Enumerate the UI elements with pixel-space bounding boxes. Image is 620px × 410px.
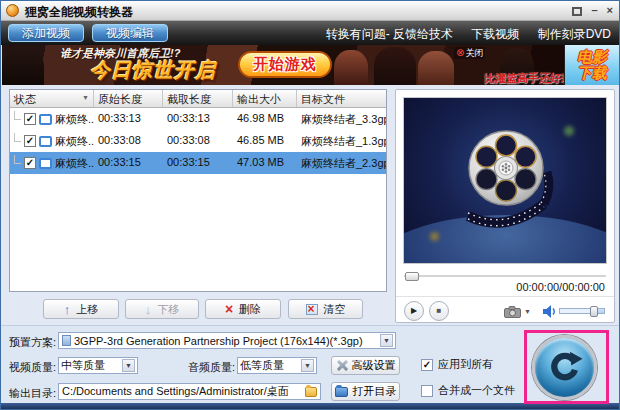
snapshot-dropdown-icon[interactable]: ▼ — [524, 308, 531, 315]
cut-length: 00:33:15 — [163, 152, 233, 174]
move-down-button[interactable]: ↓ 下移 — [125, 299, 199, 319]
convert-button[interactable] — [532, 335, 597, 400]
table-row[interactable]: ✓ 麻烦终... 00:33:08 00:33:08 46.85 MB 麻烦终结… — [10, 130, 386, 152]
movie-download-ad[interactable]: 电影 下载 — [564, 45, 619, 85]
volume-speaker-icon[interactable] — [543, 305, 557, 318]
merge-files-checkbox[interactable]: 合并成一个文件 — [421, 383, 515, 398]
dropdown-arrow-icon: ▼ — [122, 359, 135, 372]
column-header-cut-length[interactable]: 截取长度 — [163, 90, 233, 107]
browse-folder-icon[interactable] — [305, 387, 317, 397]
down-arrow-icon: ↓ — [145, 303, 152, 316]
file-name: 麻烦终... — [55, 156, 94, 171]
row-checkbox[interactable]: ✓ — [24, 135, 36, 147]
snapshot-camera-icon[interactable] — [504, 306, 521, 318]
tree-line — [14, 111, 21, 120]
checkbox-checked[interactable]: ✓ — [421, 359, 433, 371]
banner-artwork — [418, 51, 454, 85]
banner-close-button[interactable]: ⊗ 关闭 — [454, 47, 485, 59]
clear-all-button[interactable]: 清空 — [288, 299, 363, 319]
preview-glow — [564, 126, 574, 136]
table-row[interactable]: ✓ 麻烦终... 00:33:13 00:33:13 46.98 MB 麻烦终结… — [10, 108, 386, 130]
original-length: 00:33:13 — [94, 108, 163, 130]
banner-artwork — [2, 48, 44, 85]
up-arrow-icon: ↑ — [64, 303, 71, 316]
video-edit-button[interactable]: 视频编辑 — [92, 24, 168, 42]
audio-quality-dropdown[interactable]: 低等质量 ▼ — [237, 357, 317, 374]
delete-button[interactable]: × 删除 — [205, 299, 281, 319]
audio-quality-label: 音频质量: — [188, 360, 235, 375]
table-header-row: 状态 ▼ 原始长度 截取长度 输出大小 目标文件 — [10, 90, 386, 108]
output-size: 46.85 MB — [233, 130, 297, 152]
close-icon[interactable]: × — [607, 4, 613, 17]
add-video-button[interactable]: 添加视频 — [8, 24, 84, 42]
maximize-icon[interactable] — [572, 7, 582, 16]
banner-artwork — [334, 50, 368, 85]
video-file-icon — [39, 136, 52, 147]
settings-panel: 预置方案: 3GPP-3rd Generation Partnership Pr… — [1, 325, 619, 403]
app-window: 狸窝全能视频转换器 – × 添加视频 视频编辑 转换有问题- 反馈给技术 下载视… — [0, 0, 620, 410]
video-quality-label: 视频质量: — [9, 360, 56, 375]
volume-slider[interactable] — [559, 306, 605, 317]
file-name: 麻烦终... — [55, 112, 94, 127]
tree-line — [14, 155, 21, 164]
seek-track — [404, 275, 606, 278]
checkbox-unchecked[interactable] — [421, 385, 433, 397]
column-header-target-file[interactable]: 目标文件 — [297, 90, 386, 107]
advanced-tools-icon — [336, 360, 347, 371]
dropdown-arrow-icon: ▼ — [301, 359, 314, 372]
play-button[interactable]: ▶ — [404, 301, 424, 321]
volume-fill — [560, 309, 592, 313]
apply-to-all-checkbox[interactable]: ✓ 应用到所有 — [421, 357, 493, 372]
window-title: 狸窝全能视频转换器 — [25, 4, 133, 21]
advanced-settings-button[interactable]: 高级设置 — [331, 356, 400, 375]
movie-download-label: 下载 — [577, 65, 607, 81]
file-list-table: 状态 ▼ 原始长度 截取长度 输出大小 目标文件 ✓ 麻烦终... 00:33:… — [9, 89, 387, 292]
output-dir-label: 输出目录: — [9, 386, 56, 401]
column-header-original-length[interactable]: 原始长度 — [94, 90, 163, 107]
banner-close-label: 关闭 — [465, 48, 483, 58]
start-game-button[interactable]: 开始游戏 — [238, 51, 332, 78]
cut-length: 00:33:08 — [163, 130, 233, 152]
play-icon: ▶ — [411, 306, 417, 315]
target-file: 麻烦终结者_1.3gp — [297, 130, 386, 152]
seek-bar[interactable] — [404, 271, 606, 281]
banner-close-icon: ⊗ — [456, 48, 464, 58]
video-quality-dropdown[interactable]: 中等质量 ▼ — [58, 357, 138, 374]
title-bar: 狸窝全能视频转换器 – × — [1, 1, 619, 21]
apply-to-all-label: 应用到所有 — [438, 357, 493, 372]
column-header-status[interactable]: 状态 ▼ — [10, 90, 94, 107]
download-video-link[interactable]: 下载视频 — [471, 27, 519, 41]
seek-handle[interactable] — [405, 272, 419, 281]
minimize-icon[interactable]: – — [591, 4, 597, 17]
target-file: 麻烦终结者_2.3gp — [297, 152, 386, 174]
output-size: 47.03 MB — [233, 152, 297, 174]
playback-time: 00:00:00/00:00:00 — [516, 281, 605, 293]
status-bar — [1, 403, 619, 410]
table-row[interactable]: ✓ 麻烦终... 00:33:15 00:33:15 47.03 MB 麻烦终结… — [10, 152, 386, 174]
file-name: 麻烦终... — [55, 134, 94, 149]
burn-dvd-link[interactable]: 制作刻录DVD — [538, 27, 611, 41]
app-logo-icon — [6, 4, 19, 17]
preset-label: 预置方案: — [9, 335, 56, 350]
volume-handle[interactable] — [590, 306, 598, 317]
toolbar-links: 转换有问题- 反馈给技术 下载视频 制作刻录DVD — [311, 26, 611, 43]
cut-length: 00:33:13 — [163, 108, 233, 130]
feedback-link[interactable]: 转换有问题- 反馈给技术 — [326, 27, 453, 41]
move-up-button[interactable]: ↑ 上移 — [43, 299, 119, 319]
preset-dropdown[interactable]: 3GPP-3rd Generation Partnership Project … — [58, 332, 396, 349]
playback-controls: ▶ ■ ▼ — [396, 296, 614, 323]
row-checkbox[interactable]: ✓ — [24, 157, 36, 169]
movie-download-label: 电影 — [577, 49, 607, 65]
ad-banner[interactable]: 谁才是神奈川首席后卫!? 今日惊世开启 开始游戏 ⊗ 关闭 比灌篮高手还好玩的游… — [2, 45, 619, 85]
output-dir-input[interactable]: C:/Documents and Settings/Administrator/… — [58, 383, 321, 400]
open-folder-icon — [335, 387, 348, 397]
toolbar: 添加视频 视频编辑 转换有问题- 反馈给技术 下载视频 制作刻录DVD — [1, 21, 619, 45]
open-directory-button[interactable]: 打开目录 — [331, 382, 400, 401]
column-header-output-size[interactable]: 输出大小 — [233, 90, 297, 107]
stop-button[interactable]: ■ — [429, 301, 449, 321]
preset-format-icon — [62, 335, 71, 346]
sort-desc-icon: ▼ — [82, 94, 89, 101]
row-checkbox[interactable]: ✓ — [24, 113, 36, 125]
stop-icon: ■ — [437, 306, 442, 315]
merge-files-label: 合并成一个文件 — [438, 383, 515, 398]
